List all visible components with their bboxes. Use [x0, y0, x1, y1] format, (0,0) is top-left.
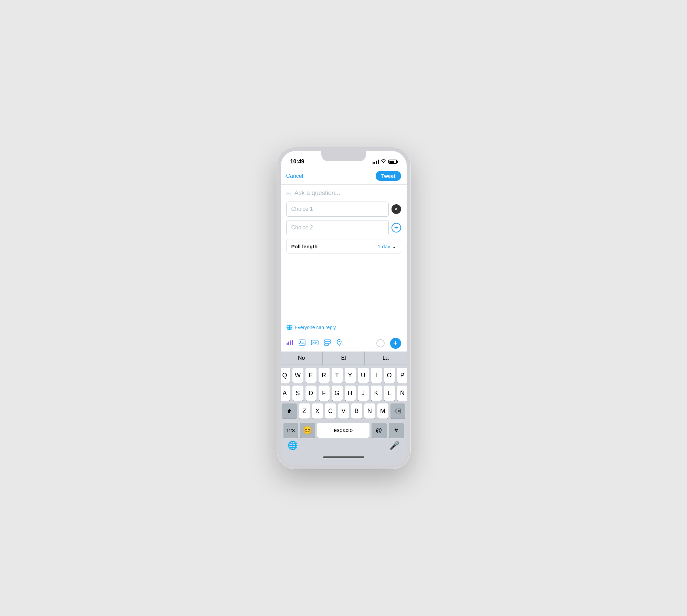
phone-notch: [321, 151, 366, 161]
key-p[interactable]: P: [397, 368, 407, 383]
keyboard-keys: Q W E R T Y U I O P A S D F G: [281, 365, 407, 441]
poll-length-label: Poll length: [291, 244, 318, 249]
choice-add-button[interactable]: +: [391, 223, 401, 233]
svg-rect-4: [299, 340, 305, 345]
reply-permission-text[interactable]: Everyone can reply: [295, 325, 336, 330]
signal-icon: [373, 160, 379, 164]
svg-point-11: [339, 341, 340, 342]
key-r[interactable]: R: [319, 368, 330, 383]
home-bar: [323, 456, 364, 458]
image-toolbar-icon[interactable]: [299, 339, 305, 347]
status-icons: [373, 159, 397, 164]
key-k[interactable]: K: [371, 386, 382, 401]
keyboard-bottom-icons: 🌐 🎤: [281, 441, 407, 454]
keyboard-bottom-row: 123 😊 espacio @ #: [282, 421, 405, 439]
key-t[interactable]: T: [332, 368, 343, 383]
choice-1-remove-button[interactable]: ×: [391, 204, 401, 214]
key-row-2: A S D F G H J K L Ñ: [282, 386, 405, 401]
keyboard-mic-icon[interactable]: 🎤: [389, 441, 400, 450]
choice-2-row: Choice 2 +: [286, 220, 401, 235]
key-b[interactable]: B: [351, 403, 362, 419]
toolbar-plus-button[interactable]: +: [390, 338, 401, 349]
key-emoji[interactable]: 😊: [300, 423, 315, 438]
keyboard-suggestions: No El La: [281, 352, 407, 365]
key-c[interactable]: C: [325, 403, 336, 419]
compose-row: ∞ Ask a question...: [286, 189, 401, 197]
battery-icon: [388, 160, 397, 164]
location-toolbar-icon[interactable]: [336, 339, 342, 348]
poll-length-text: 1 day: [378, 244, 390, 249]
key-f[interactable]: F: [319, 386, 330, 401]
key-z[interactable]: Z: [299, 403, 310, 419]
key-j[interactable]: J: [358, 386, 369, 401]
key-v[interactable]: V: [338, 403, 349, 419]
globe-icon: 🌐: [286, 324, 293, 331]
svg-rect-8: [324, 340, 331, 341]
key-m[interactable]: M: [377, 403, 388, 419]
key-x[interactable]: X: [312, 403, 323, 419]
keyboard-globe-icon[interactable]: 🌐: [288, 441, 298, 450]
key-e[interactable]: E: [305, 368, 316, 383]
key-a[interactable]: A: [281, 386, 290, 401]
chevron-down-icon: ⌄: [392, 244, 396, 249]
phone-frame: 10:49: [277, 147, 411, 469]
key-h[interactable]: H: [345, 386, 356, 401]
question-input[interactable]: Ask a question...: [294, 189, 401, 197]
shift-key[interactable]: [282, 403, 297, 419]
poll-length-container: Poll length 1 day ⌄: [286, 239, 401, 254]
key-w[interactable]: W: [292, 368, 303, 383]
key-s[interactable]: S: [292, 386, 303, 401]
app-header: Cancel Tweet: [281, 167, 407, 185]
poll-length-value[interactable]: 1 day ⌄: [378, 244, 396, 249]
poll-compose-icon: ∞: [286, 190, 291, 197]
phone-screen: 10:49: [281, 151, 407, 465]
suggestion-3[interactable]: La: [365, 352, 406, 365]
key-row-1: Q W E R T Y U I O P: [282, 368, 405, 383]
key-u[interactable]: U: [358, 368, 369, 383]
key-row-3: Z X C V B N M: [282, 403, 405, 419]
toolbar-circle-indicator: [376, 339, 385, 347]
svg-rect-1: [288, 342, 289, 345]
keyboard: No El La Q W E R T Y U I O P: [281, 352, 407, 465]
key-123[interactable]: 123: [283, 423, 298, 438]
poll-choices-wrapper: Choice 1 × Choice 2 + Poll length 1 day …: [286, 202, 401, 254]
compose-toolbar: GIF +: [281, 335, 407, 352]
key-d[interactable]: D: [305, 386, 316, 401]
choice-1-input[interactable]: Choice 1: [286, 202, 389, 217]
suggestion-2[interactable]: El: [323, 352, 365, 365]
choice-1-row: Choice 1 ×: [286, 202, 401, 217]
gif-toolbar-icon[interactable]: GIF: [311, 340, 319, 347]
svg-rect-3: [292, 340, 293, 345]
svg-rect-10: [324, 344, 329, 345]
key-g[interactable]: G: [332, 386, 343, 401]
key-n[interactable]: N: [364, 403, 375, 419]
svg-rect-2: [290, 341, 291, 345]
tweet-button[interactable]: Tweet: [376, 171, 401, 181]
svg-rect-0: [287, 343, 288, 345]
poll-toolbar-icon[interactable]: [286, 339, 293, 347]
key-l[interactable]: L: [384, 386, 395, 401]
key-o[interactable]: O: [384, 368, 395, 383]
wifi-icon: [381, 159, 386, 164]
backspace-key[interactable]: [390, 403, 405, 419]
key-q[interactable]: Q: [281, 368, 290, 383]
cancel-button[interactable]: Cancel: [286, 173, 303, 179]
svg-text:GIF: GIF: [312, 342, 317, 345]
key-at[interactable]: @: [372, 423, 387, 438]
svg-rect-9: [324, 342, 331, 343]
home-bar-area: [281, 454, 407, 465]
reply-permission-row: 🌐 Everyone can reply: [281, 320, 407, 335]
poll-length-row[interactable]: Poll length 1 day ⌄: [287, 239, 401, 253]
choice-2-input[interactable]: Choice 2: [286, 220, 389, 235]
key-i[interactable]: I: [371, 368, 382, 383]
status-time: 10:49: [290, 159, 304, 165]
key-y[interactable]: Y: [345, 368, 356, 383]
compose-area: ∞ Ask a question... Choice 1 × Choice 2 …: [281, 185, 407, 258]
list-toolbar-icon[interactable]: [324, 339, 331, 347]
key-space[interactable]: espacio: [317, 423, 369, 438]
key-n-tilde[interactable]: Ñ: [397, 386, 407, 401]
key-hash[interactable]: #: [389, 423, 404, 438]
suggestion-1[interactable]: No: [281, 352, 323, 365]
